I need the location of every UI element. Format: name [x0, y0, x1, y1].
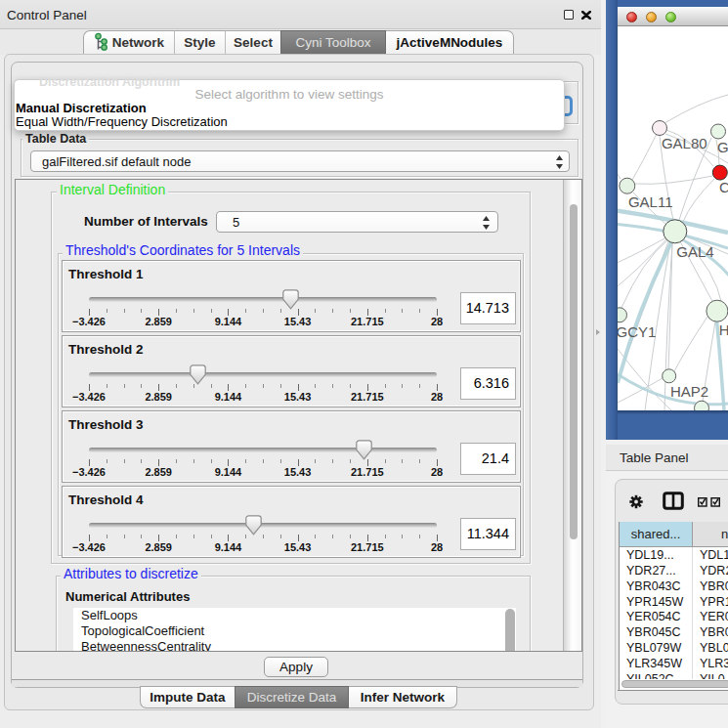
- svg-text:C: C: [719, 179, 728, 195]
- svg-text:HAP2: HAP2: [670, 383, 708, 400]
- svg-text:GCY1: GCY1: [618, 323, 656, 340]
- svg-text:GA: GA: [717, 139, 728, 155]
- svg-text:GAL4: GAL4: [676, 243, 713, 260]
- svg-text:GAL11: GAL11: [628, 193, 673, 210]
- svg-text:H: H: [719, 321, 728, 338]
- svg-text:GAL80: GAL80: [662, 135, 707, 151]
